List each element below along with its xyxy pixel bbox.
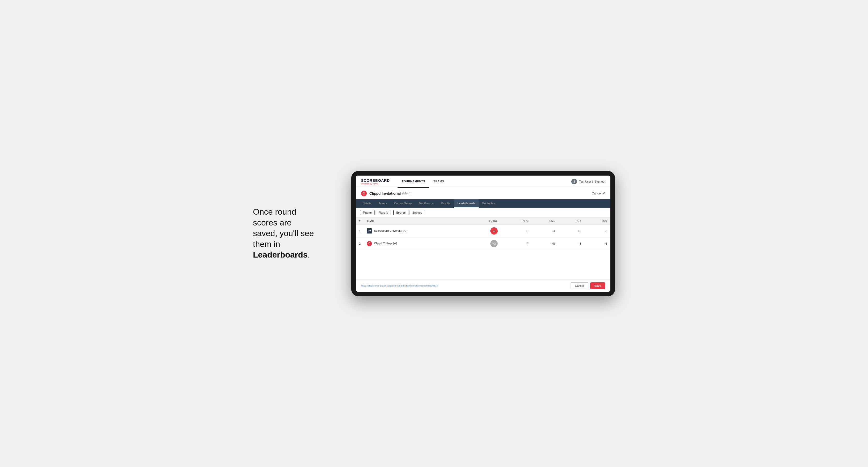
- footer-buttons: Cancel Save: [570, 282, 605, 289]
- col-rank: #: [356, 217, 364, 225]
- tab-leaderboards[interactable]: Leaderboards: [454, 199, 479, 208]
- top-nav: SCOREBOARD Powered by clippd TOURNAMENTS…: [356, 176, 610, 188]
- user-avatar: S: [571, 179, 577, 184]
- total-cell: +3: [467, 237, 501, 250]
- left-description: Once round scores are saved, you'll see …: [253, 207, 336, 260]
- tablet-device: SCOREBOARD Powered by clippd TOURNAMENTS…: [351, 171, 615, 296]
- nav-right: S Test User | Sign out: [571, 179, 605, 184]
- thru-cell: F: [501, 224, 532, 237]
- filter-scores[interactable]: Scores: [393, 210, 409, 215]
- col-rd1: RD1: [532, 217, 558, 225]
- footer: https://stage-blue-coach.stagescoreboard…: [356, 280, 610, 292]
- rd2-cell: +5: [558, 224, 584, 237]
- tab-teams[interactable]: Teams: [375, 199, 391, 208]
- desc-line4: them in: [253, 240, 280, 249]
- page-wrapper: Once round scores are saved, you'll see …: [253, 171, 615, 296]
- tab-printables[interactable]: Printables: [479, 199, 499, 208]
- tournament-title: Clippd Invitational: [369, 191, 401, 195]
- filter-players[interactable]: Players: [376, 210, 391, 215]
- cancel-button[interactable]: Cancel: [570, 282, 588, 289]
- tab-tee-groups[interactable]: Tee Groups: [415, 199, 437, 208]
- desc-line1: Once round: [253, 207, 296, 216]
- close-icon: ✕: [602, 191, 605, 195]
- logo-sub: Powered by clippd: [361, 183, 390, 185]
- table-row: 2CClippd College [A]+3F+8-8+3: [356, 237, 610, 250]
- col-total: TOTAL: [467, 217, 501, 225]
- filter-strokes[interactable]: Strokes: [409, 210, 425, 215]
- table-row: 1SUScoreboard University [A]-5F-4+5-6: [356, 224, 610, 237]
- score-badge: +3: [490, 240, 498, 247]
- tournament-cancel[interactable]: Cancel ✕: [592, 191, 605, 195]
- sign-out-link[interactable]: Sign out: [595, 180, 605, 183]
- save-button[interactable]: Save: [590, 282, 605, 289]
- filter-teams[interactable]: Teams: [360, 210, 374, 215]
- tab-details[interactable]: Details: [359, 199, 375, 208]
- content-area: # TEAM TOTAL THRU RD1 RD2 RD3 1SUScorebo…: [356, 217, 610, 269]
- team-logo: SU: [367, 228, 372, 234]
- desc-line3: saved, you'll see: [253, 228, 314, 238]
- nav-teams[interactable]: TEAMS: [429, 176, 448, 188]
- rank-cell: 1: [356, 224, 364, 237]
- col-rd3: RD3: [584, 217, 610, 225]
- col-rd2: RD2: [558, 217, 584, 225]
- team-name: Clippd College [A]: [374, 242, 397, 245]
- team-name: Scoreboard University [A]: [374, 229, 406, 232]
- col-team: TEAM: [364, 217, 467, 225]
- rd1-cell: +8: [532, 237, 558, 250]
- user-name: Test User |: [579, 180, 593, 183]
- nav-tournaments[interactable]: TOURNAMENTS: [398, 176, 429, 188]
- logo-area: SCOREBOARD Powered by clippd: [361, 179, 390, 185]
- col-thru: THRU: [501, 217, 532, 225]
- footer-url: https://stage-blue-coach.stagescoreboard…: [361, 284, 438, 287]
- total-cell: -5: [467, 224, 501, 237]
- rd1-cell: -4: [532, 224, 558, 237]
- filter-row: Teams Players Scores Strokes: [356, 208, 610, 217]
- tablet-screen: SCOREBOARD Powered by clippd TOURNAMENTS…: [356, 176, 610, 292]
- team-cell: CClippd College [A]: [364, 237, 467, 250]
- tournament-icon: C: [361, 191, 367, 196]
- table-header-row: # TEAM TOTAL THRU RD1 RD2 RD3: [356, 217, 610, 225]
- nav-links: TOURNAMENTS TEAMS: [398, 176, 571, 188]
- team-logo: C: [367, 241, 372, 246]
- team-cell: SUScoreboard University [A]: [364, 224, 467, 237]
- tab-course-setup[interactable]: Course Setup: [391, 199, 415, 208]
- thru-cell: F: [501, 237, 532, 250]
- desc-period: .: [308, 250, 310, 259]
- rd3-cell: -6: [584, 224, 610, 237]
- rd3-cell: +3: [584, 237, 610, 250]
- desc-line2: scores are: [253, 218, 291, 227]
- score-badge: -5: [490, 227, 498, 235]
- tournament-header: C Clippd Invitational (Men) Cancel ✕: [356, 188, 610, 199]
- leaderboard-table: # TEAM TOTAL THRU RD1 RD2 RD3 1SUScorebo…: [356, 217, 610, 250]
- rank-cell: 2: [356, 237, 364, 250]
- tournament-subtitle: (Men): [402, 192, 410, 195]
- desc-highlight: Leaderboards: [253, 250, 308, 259]
- rd2-cell: -8: [558, 237, 584, 250]
- sub-nav: Details Teams Course Setup Tee Groups Re…: [356, 199, 610, 208]
- app-logo: SCOREBOARD: [361, 179, 390, 183]
- tab-results[interactable]: Results: [437, 199, 454, 208]
